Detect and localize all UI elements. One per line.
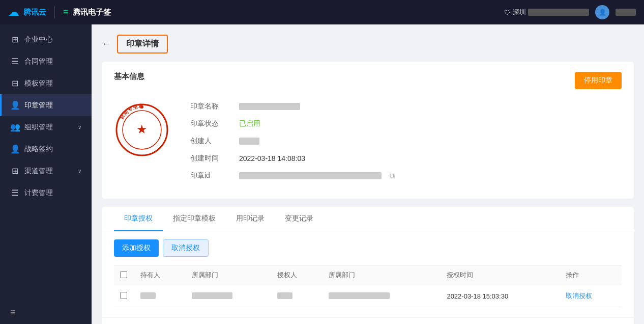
logo-area: ☁ 腾讯云 ≡ 腾讯电子签: [8, 6, 111, 19]
page-header: ← 印章详情: [102, 35, 634, 53]
copy-icon[interactable]: ⧉: [390, 172, 395, 180]
channel-arrow-icon: ∨: [78, 168, 81, 174]
row-dept2: [323, 285, 441, 307]
creator-label: 创建人: [190, 137, 231, 146]
top-navigation: ☁ 腾讯云 ≡ 腾讯电子签 🛡 深圳 👤: [0, 0, 644, 24]
sidebar-label-contract: 合同管理: [24, 57, 53, 66]
tab-auth[interactable]: 印章授权: [114, 207, 163, 231]
sidebar-label-channel: 渠道管理: [24, 167, 53, 176]
svg-text:★: ★: [136, 122, 148, 136]
basic-info-layout: ★ 合同专用章 印章名称: [114, 102, 622, 188]
channel-icon: ⊞: [10, 166, 19, 176]
seal-svg: ★ 合同专用章: [114, 102, 170, 158]
svg-text:合同专用章: 合同专用章: [119, 103, 143, 121]
sidebar-item-org[interactable]: 👥 组织管理 ∨: [0, 116, 92, 138]
sidebar-item-seal[interactable]: 👤 印章管理: [0, 94, 92, 116]
tabs-section: 印章授权 指定印章模板 用印记录 变更记录 添加授权 取消授权 持有人 所属部门: [102, 207, 634, 324]
sidebar-bottom: ≡: [0, 301, 92, 324]
col-auth-time: 授权时间: [441, 265, 559, 285]
page-title: 印章详情: [117, 35, 168, 53]
creator-value: [239, 138, 259, 145]
row-auth-time: 2022-03-18 15:03:30: [441, 285, 559, 307]
tab-changes[interactable]: 变更记录: [275, 207, 324, 231]
sidebar-label-template: 模板管理: [24, 79, 53, 88]
stop-seal-button[interactable]: 停用印章: [575, 72, 622, 89]
back-button[interactable]: ←: [102, 39, 111, 49]
table-header-row: 持有人 所属部门 授权人 所属部门 授权时间 操作: [114, 265, 622, 285]
svg-point-4: [140, 105, 143, 109]
row-holder: [134, 285, 186, 307]
name-value: [239, 103, 300, 110]
name-label: 印章名称: [190, 102, 231, 111]
add-auth-button[interactable]: 添加授权: [114, 239, 159, 257]
org-arrow-icon: ∨: [78, 124, 81, 130]
tab-content: 添加授权 取消授权 持有人 所属部门 授权人 所属部门 授权时间 操作: [102, 231, 634, 317]
id-label: 印章id: [190, 171, 231, 180]
collapse-button[interactable]: ≡: [10, 307, 16, 317]
nav-divider: [54, 6, 55, 18]
tab-template[interactable]: 指定印章模板: [163, 207, 226, 231]
esign-logo-text: 腾讯电子签: [73, 8, 111, 17]
seal-image: ★ 合同专用章: [114, 102, 170, 158]
sidebar-label-strategy: 战略签约: [24, 145, 53, 154]
org-icon: 👥: [10, 122, 19, 132]
basic-info-card: 基本信息 停用印章 ★: [102, 62, 634, 199]
template-icon: ⊟: [10, 78, 19, 88]
contract-icon: ☰: [10, 57, 19, 66]
avatar[interactable]: 👤: [595, 5, 609, 19]
sidebar-label-enterprise: 企业中心: [24, 35, 53, 44]
pagination-bar: 共 1 条 10 20 50 条 / 页 ⏮ ‹ / 1 页 › ⏭: [102, 317, 634, 324]
action-buttons: 添加授权 取消授权: [114, 239, 622, 257]
sidebar-label-seal: 印章管理: [24, 101, 53, 110]
user-name: [616, 9, 636, 16]
field-status: 印章状态 已启用: [190, 119, 622, 128]
created-time-value: 2022-03-18 14:08:03: [239, 154, 305, 163]
tab-usage[interactable]: 用印记录: [226, 207, 275, 231]
status-value: 已启用: [239, 119, 260, 128]
select-all-checkbox[interactable]: [120, 271, 127, 278]
esign-logo-icon: ≡: [63, 7, 69, 18]
section-title: 基本信息: [114, 72, 144, 82]
col-checkbox: [114, 265, 134, 285]
col-dept1: 所属部门: [186, 265, 271, 285]
location-text: 深圳: [513, 8, 526, 17]
created-time-label: 创建时间: [190, 154, 231, 163]
enterprise-icon: ⊞: [10, 35, 19, 44]
sidebar-label-billing: 计费管理: [24, 188, 53, 198]
revoke-auth-link[interactable]: 取消授权: [566, 292, 592, 300]
row-dept1: [186, 285, 271, 307]
col-holder: 持有人: [134, 265, 186, 285]
status-label: 印章状态: [190, 119, 231, 128]
row-select-checkbox[interactable]: [120, 292, 127, 299]
row-action: 取消授权: [560, 285, 622, 307]
auth-table: 持有人 所属部门 授权人 所属部门 授权时间 操作: [114, 265, 622, 307]
top-nav-right: 🛡 深圳 👤: [504, 5, 636, 19]
sidebar-item-strategy[interactable]: 👤 战略签约: [0, 138, 92, 160]
cloud-logo-text: 腾讯云: [23, 8, 46, 17]
field-created-time: 创建时间 2022-03-18 14:08:03: [190, 154, 622, 163]
sidebar: ⊞ 企业中心 ☰ 合同管理 ⊟ 模板管理 👤 印章管理 👥 组织管理 ∨ 👤 战…: [0, 24, 92, 324]
table-row: 2022-03-18 15:03:30 取消授权: [114, 285, 622, 307]
sidebar-item-enterprise[interactable]: ⊞ 企业中心: [0, 29, 92, 50]
sidebar-item-template[interactable]: ⊟ 模板管理: [0, 72, 92, 94]
sidebar-label-org: 组织管理: [24, 123, 53, 132]
row-checkbox: [114, 285, 134, 307]
cloud-logo-icon: ☁: [8, 6, 19, 19]
sidebar-item-billing[interactable]: ☰ 计费管理: [0, 182, 92, 204]
strategy-icon: 👤: [10, 144, 19, 154]
field-name: 印章名称: [190, 102, 622, 111]
col-dept2: 所属部门: [323, 265, 441, 285]
billing-icon: ☰: [10, 188, 19, 198]
row-authorizer: [271, 285, 323, 307]
id-value: [239, 172, 382, 179]
seal-icon: 👤: [10, 100, 19, 110]
sidebar-item-channel[interactable]: ⊞ 渠道管理 ∨: [0, 160, 92, 182]
remove-auth-button[interactable]: 取消授权: [163, 239, 209, 257]
sidebar-item-contract[interactable]: ☰ 合同管理: [0, 50, 92, 72]
col-authorizer: 授权人: [271, 265, 323, 285]
field-id: 印章id ⧉: [190, 171, 622, 180]
main-layout: ⊞ 企业中心 ☰ 合同管理 ⊟ 模板管理 👤 印章管理 👥 组织管理 ∨ 👤 战…: [0, 24, 644, 324]
basic-info-header: 基本信息 停用印章: [114, 72, 622, 92]
shield-icon: 🛡: [504, 9, 511, 16]
location-area: 🛡 深圳: [504, 8, 589, 17]
